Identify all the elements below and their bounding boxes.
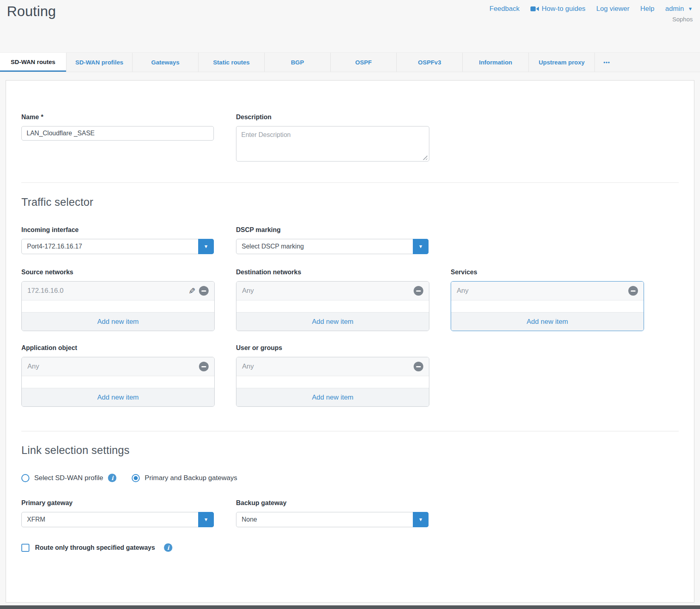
edit-icon[interactable]: ✎ xyxy=(188,287,196,295)
backup-gateway-label: Backup gateway xyxy=(236,499,429,507)
list-item: Any xyxy=(236,282,429,300)
log-viewer-link[interactable]: Log viewer xyxy=(596,5,630,13)
remove-icon[interactable] xyxy=(199,362,209,371)
list-item-value: Any xyxy=(242,362,254,371)
backup-gateway-label-text: Backup gateway xyxy=(236,499,286,507)
incoming-interface-value: Port4-172.16.16.17 xyxy=(27,243,82,250)
destination-networks-listbox: Any Add new item xyxy=(236,281,429,331)
bottom-bar xyxy=(0,605,700,609)
feedback-link[interactable]: Feedback xyxy=(489,5,520,13)
tab-sdwan-profiles[interactable]: SD-WAN profiles xyxy=(66,53,132,72)
tab-overflow-button[interactable]: ••• xyxy=(594,53,619,72)
description-label: Description xyxy=(236,114,429,121)
how-to-guides-label: How-to guides xyxy=(542,5,586,13)
section-divider xyxy=(21,182,679,183)
user-or-groups-add-button[interactable]: Add new item xyxy=(236,388,429,406)
tab-information[interactable]: Information xyxy=(462,53,528,72)
application-object-label-text: Application object xyxy=(21,344,77,352)
source-networks-add-button[interactable]: Add new item xyxy=(22,312,214,331)
caret-down-icon: ▼ xyxy=(688,6,693,12)
destination-networks-add-button[interactable]: Add new item xyxy=(236,312,429,331)
dropdown-button[interactable]: ▼ xyxy=(413,239,429,254)
remove-icon[interactable] xyxy=(199,286,209,296)
page-title: Routing xyxy=(7,3,56,19)
dscp-marking-value: Select DSCP marking xyxy=(242,243,304,250)
section-divider xyxy=(21,431,679,431)
tab-upstream-proxy[interactable]: Upstream proxy xyxy=(528,53,594,72)
dropdown-button[interactable]: ▼ xyxy=(413,512,429,527)
sdwan-route-form: Name* Description Traffic selector Incom… xyxy=(6,80,694,603)
dscp-marking-select[interactable]: Select DSCP marking ▼ xyxy=(236,239,429,254)
services-listbox: Any Add new item xyxy=(451,281,644,331)
primary-gateway-select[interactable]: XFRM ▼ xyxy=(21,512,214,527)
destination-networks-label: Destination networks xyxy=(236,269,429,276)
caret-down-icon: ▼ xyxy=(204,517,209,522)
dropdown-button[interactable]: ▼ xyxy=(198,512,214,527)
primary-gateway-label: Primary gateway xyxy=(21,499,215,507)
application-object-label: Application object xyxy=(21,344,215,352)
services-label: Services xyxy=(451,269,644,276)
gateways-radio-option: Primary and Backup gateways xyxy=(132,474,237,482)
destination-networks-label-text: Destination networks xyxy=(236,269,301,276)
description-label-text: Description xyxy=(236,114,271,121)
admin-menu[interactable]: admin ▼ xyxy=(665,5,693,13)
listbox-spacer xyxy=(451,300,644,312)
link-selection-heading: Link selection settings xyxy=(21,444,679,457)
source-networks-label: Source networks xyxy=(21,269,215,276)
info-icon[interactable]: i xyxy=(108,474,116,482)
backup-gateway-select[interactable]: None ▼ xyxy=(236,512,429,527)
tab-gateways[interactable]: Gateways xyxy=(132,53,198,72)
list-item: 172.16.16.0 ✎ xyxy=(22,282,214,300)
remove-icon[interactable] xyxy=(414,286,423,296)
listbox-spacer xyxy=(236,300,429,312)
dscp-marking-label: DSCP marking xyxy=(236,226,429,234)
list-item-value: 172.16.16.0 xyxy=(27,287,64,295)
tab-ospf[interactable]: OSPF xyxy=(330,53,396,72)
list-item: Any xyxy=(22,357,214,376)
how-to-guides-link[interactable]: How-to guides xyxy=(530,5,586,13)
route-only-checkbox[interactable] xyxy=(21,544,29,552)
route-only-checkbox-label: Route only through specified gateways xyxy=(35,544,155,551)
dscp-marking-label-text: DSCP marking xyxy=(236,226,281,234)
tab-ospfv3[interactable]: OSPFv3 xyxy=(396,53,462,72)
name-label-text: Name xyxy=(21,114,39,121)
remove-icon[interactable] xyxy=(414,362,423,371)
brand-label: Sophos xyxy=(672,16,693,23)
gateways-radio-label: Primary and Backup gateways xyxy=(145,474,237,482)
list-item: Any xyxy=(236,357,429,376)
primary-gateway-label-text: Primary gateway xyxy=(21,499,72,507)
list-item: Any xyxy=(451,282,644,300)
tab-sdwan-routes[interactable]: SD-WAN routes xyxy=(0,53,66,72)
application-object-listbox: Any Add new item xyxy=(21,357,215,407)
sdwan-profile-radio-label: Select SD-WAN profile xyxy=(34,474,103,482)
incoming-interface-label-text: Incoming interface xyxy=(21,226,79,234)
services-label-text: Services xyxy=(451,269,477,276)
dropdown-button[interactable]: ▼ xyxy=(198,239,214,254)
help-label: Help xyxy=(640,5,654,13)
radio-button[interactable] xyxy=(21,474,29,482)
incoming-interface-label: Incoming interface xyxy=(21,226,215,234)
caret-down-icon: ▼ xyxy=(418,244,423,249)
services-add-button[interactable]: Add new item xyxy=(451,312,644,331)
name-input[interactable] xyxy=(21,126,214,141)
help-link[interactable]: Help xyxy=(640,5,654,13)
user-or-groups-listbox: Any Add new item xyxy=(236,357,429,407)
tab-bgp[interactable]: BGP xyxy=(264,53,330,72)
info-icon[interactable]: i xyxy=(164,543,172,552)
application-object-add-button[interactable]: Add new item xyxy=(22,388,214,406)
tab-static-routes[interactable]: Static routes xyxy=(198,53,264,72)
top-header: Routing Feedback How-to guides Log viewe… xyxy=(0,0,700,52)
description-input[interactable] xyxy=(236,126,429,162)
traffic-selector-heading: Traffic selector xyxy=(21,196,679,209)
log-viewer-label: Log viewer xyxy=(596,5,630,13)
incoming-interface-select[interactable]: Port4-172.16.16.17 ▼ xyxy=(21,239,214,254)
caret-down-icon: ▼ xyxy=(204,244,209,249)
source-networks-listbox: 172.16.16.0 ✎ Add new item xyxy=(21,281,215,331)
video-camera-icon xyxy=(530,6,539,12)
list-item-value: Any xyxy=(27,362,39,371)
remove-icon[interactable] xyxy=(628,286,638,296)
user-or-groups-label-text: User or groups xyxy=(236,344,282,352)
source-networks-label-text: Source networks xyxy=(21,269,73,276)
radio-button[interactable] xyxy=(132,474,140,482)
sdwan-profile-radio-option: Select SD-WAN profile i xyxy=(21,474,116,482)
